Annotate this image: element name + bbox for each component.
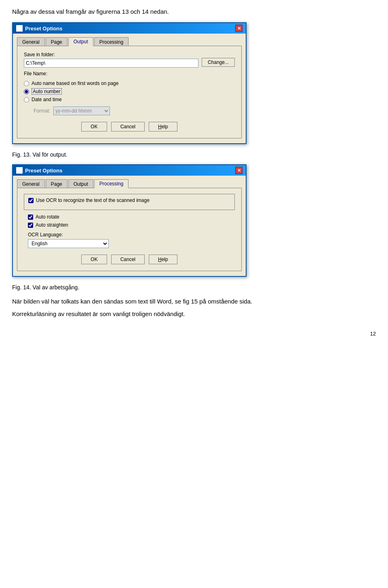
fig14-caption: Fig. 14. Val av arbetsgång. [12,284,376,291]
auto-rotate-checkbox[interactable] [28,214,33,220]
help-underline-1: Help [158,124,168,129]
page-number: 12 [12,331,376,337]
radio-auto-name-input[interactable] [24,81,29,86]
dialog-title-2: Preset Options [16,167,62,174]
help-button-1[interactable]: Help [149,122,177,132]
fig13-caption: Fig. 13. Val för output. [12,151,376,158]
ocr-checkbox[interactable] [28,198,34,203]
save-folder-label: Save in folder: [24,52,235,57]
ok-button-1[interactable]: OK [81,122,107,132]
help-underline-2: Help [158,257,168,262]
intro-text: Några av dessa val framgår av figurerna … [12,8,376,15]
bottom-text-1: När bilden väl har tolkats kan den sända… [12,297,376,306]
lang-select-row: English [28,239,235,248]
format-label: Format: [34,108,50,114]
tab-bar-1: General Page Output Processing [17,37,242,46]
dialog-icon-2 [16,167,23,174]
tab-general-1[interactable]: General [17,37,45,46]
tab-page-2[interactable]: Page [46,179,67,188]
radio-auto-name-label: Auto name based on first words on page [32,81,118,86]
bottom-text-2: Korrekturläsning av resultatet är som va… [12,310,376,319]
file-name-label: File Name: [24,71,235,76]
dialog-buttons-2: OK Cancel Help [24,255,235,264]
radio-auto-number-input[interactable] [24,89,29,94]
dialog-icon-1 [16,25,23,32]
preset-options-dialog-2: Preset Options ✕ General Page Output Pro… [12,164,247,277]
close-button-2[interactable]: ✕ [235,167,242,174]
tab-page-1[interactable]: Page [46,37,67,46]
help-button-2[interactable]: Help [149,255,177,264]
format-select[interactable]: yy-mm-dd hhmm [53,106,110,115]
folder-input[interactable] [24,59,198,68]
folder-input-row: Change... [24,59,235,68]
dialog-title-text-1: Preset Options [25,25,62,32]
close-button-1[interactable]: ✕ [235,25,242,32]
auto-straighten-row: Auto straighten [28,222,235,228]
tab-processing-1[interactable]: Processing [94,37,129,46]
tab-output-2[interactable]: Output [68,179,93,188]
ocr-language-label: OCR Language: [28,232,235,238]
dialog-body-1: General Page Output Processing Save in f… [13,34,246,143]
format-row: Format: yy-mm-dd hhmm [34,106,235,115]
cancel-button-2[interactable]: Cancel [111,255,145,264]
radio-auto-number-label: Auto number [32,88,62,95]
dialog-title-text-2: Preset Options [25,168,62,174]
tab-bar-2: General Page Output Processing [17,179,242,188]
tab-processing-2[interactable]: Processing [94,179,129,188]
preset-options-dialog-1: Preset Options ✕ General Page Output Pro… [12,22,247,144]
dialog-body-2: General Page Output Processing Use OCR t… [13,176,246,276]
file-name-section: File Name: Auto name based on first word… [24,71,235,115]
change-button[interactable]: Change... [202,58,235,67]
dialog-titlebar-2: Preset Options ✕ [13,165,246,176]
auto-straighten-label: Auto straighten [36,222,68,228]
ocr-checkbox-label: Use OCR to recognize the text of the sca… [36,197,150,203]
auto-rotate-label: Auto rotate [36,214,59,220]
dialog-title-1: Preset Options [16,25,62,32]
dialog-buttons-1: OK Cancel Help [24,122,235,132]
auto-rotate-row: Auto rotate [28,214,235,220]
tab-output-1[interactable]: Output [68,37,93,46]
tab-general-2[interactable]: General [17,179,45,188]
radio-auto-number: Auto number [24,88,235,95]
radio-group-filename: Auto name based on first words on page A… [24,81,235,102]
tab-content-1: Save in folder: Change... File Name: Aut… [17,46,242,138]
ocr-checkbox-row: Use OCR to recognize the text of the sca… [28,197,230,203]
save-folder-row: Save in folder: Change... [24,52,235,68]
ocr-language-row: OCR Language: English [28,232,235,248]
ok-button-2[interactable]: OK [81,255,107,264]
ocr-group-box: Use OCR to recognize the text of the sca… [24,194,235,210]
language-select[interactable]: English [28,239,109,248]
tab-content-2: Use OCR to recognize the text of the sca… [17,188,242,271]
auto-straighten-checkbox[interactable] [28,223,33,228]
dialog-titlebar-1: Preset Options ✕ [13,23,246,34]
radio-date-time-input[interactable] [24,97,29,102]
cancel-button-1[interactable]: Cancel [111,122,145,132]
radio-date-time-label: Date and time [32,97,62,102]
radio-auto-name: Auto name based on first words on page [24,81,235,86]
radio-date-time: Date and time [24,97,235,102]
